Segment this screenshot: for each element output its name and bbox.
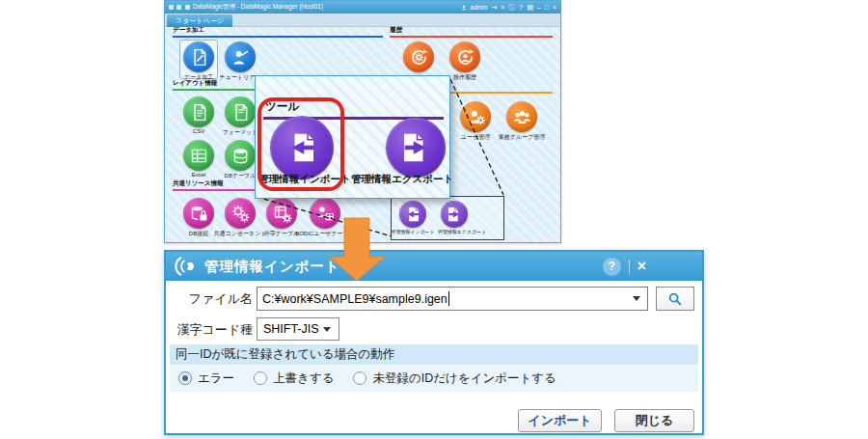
radio-error-label: エラー	[198, 370, 234, 387]
data-processing-icon[interactable]	[183, 41, 214, 72]
encoding-label: 漢字コード種	[170, 321, 253, 339]
encoding-select[interactable]: SHIFT-JIS	[257, 317, 339, 341]
close-button[interactable]: 閉じる	[614, 409, 694, 432]
duplicate-id-group: 同一IDが既に登録されている場合の動作 エラー上書きする未登録のIDだけをインポ…	[170, 344, 698, 392]
encoding-value: SHIFT-JIS	[263, 322, 319, 336]
export-icon[interactable]	[386, 118, 446, 178]
radio-error-radio-icon[interactable]	[178, 371, 192, 385]
dialog-logo-icon	[174, 255, 197, 278]
radio-unregistered-only-radio-icon[interactable]	[353, 371, 366, 385]
radio-unregistered-only-label: 未登録のIDだけをインポートする	[372, 370, 556, 387]
export-icon[interactable]	[441, 201, 468, 228]
radio-overwrite-label: 上書きする	[273, 370, 334, 387]
section-header: 履歴	[390, 26, 402, 35]
section-underline	[390, 36, 553, 38]
section-header: 共通リソース情報	[173, 179, 223, 188]
radio-overwrite-radio-icon[interactable]	[254, 371, 267, 385]
db-table-icon[interactable]	[225, 140, 256, 171]
export-label: 管理情報エクスポート	[404, 229, 520, 234]
group-management-icon[interactable]	[506, 101, 537, 132]
import-icon[interactable]	[399, 201, 426, 228]
section-header: データ加工	[173, 26, 204, 35]
export-label: 管理情報エクスポート	[351, 173, 451, 186]
section-header: レイアウト情報	[173, 79, 217, 88]
help-icon[interactable]: ?	[603, 258, 621, 276]
browse-button[interactable]	[656, 287, 694, 311]
common-components-icon[interactable]	[225, 198, 256, 229]
duplicate-id-header: 同一IDが既に登録されている場合の動作	[170, 344, 698, 365]
section-underline	[173, 36, 383, 38]
radio-overwrite[interactable]: 上書きする	[254, 370, 334, 387]
user-management-icon[interactable]	[460, 101, 491, 132]
execution-history-icon[interactable]	[403, 41, 434, 72]
gaiji-table-icon[interactable]	[266, 198, 297, 229]
import-button[interactable]: インポート	[518, 409, 602, 432]
radio-error[interactable]: エラー	[178, 370, 234, 387]
radio-unregistered-only[interactable]: 未登録のIDだけをインポートする	[353, 370, 556, 387]
db-connection-icon[interactable]	[183, 198, 214, 229]
dropdown-arrow-icon[interactable]	[633, 296, 640, 301]
magnifier-icon	[667, 291, 683, 307]
dropdown-arrow-icon[interactable]	[323, 327, 331, 332]
excel-layout-icon[interactable]	[183, 140, 214, 171]
tools-popup: ツール 管理情報インポート管理情報エクスポート	[255, 75, 450, 199]
screenshot-canvas: DataMagic管理 - DataMagic Manager (Host01)…	[0, 0, 868, 439]
csv-layout-icon[interactable]	[183, 96, 214, 127]
text-caret	[448, 291, 449, 306]
format-layout-icon[interactable]	[225, 96, 256, 127]
file-name-combobox[interactable]: C:¥work¥SAMPLE9¥sample9.igen	[257, 287, 648, 311]
titlebar-divider	[629, 260, 630, 274]
dialog-title: 管理情報インポート	[204, 258, 340, 276]
file-name-label: ファイル名	[170, 290, 253, 308]
dialog-titlebar: 管理情報インポート ? ×	[166, 252, 702, 281]
bodic-user-table-icon[interactable]	[310, 198, 340, 229]
import-dialog: 管理情報インポート ? × ファイル名 C:¥work¥SAMPLE9¥samp…	[164, 250, 704, 435]
red-highlight-circle	[258, 97, 344, 191]
close-icon[interactable]: ×	[637, 259, 646, 274]
file-name-value: C:¥work¥SAMPLE9¥sample9.igen	[262, 292, 448, 306]
tutorial-icon[interactable]	[225, 41, 256, 72]
group-management-label: 業務グループ管理	[464, 133, 580, 142]
operation-history-icon[interactable]	[449, 41, 480, 72]
